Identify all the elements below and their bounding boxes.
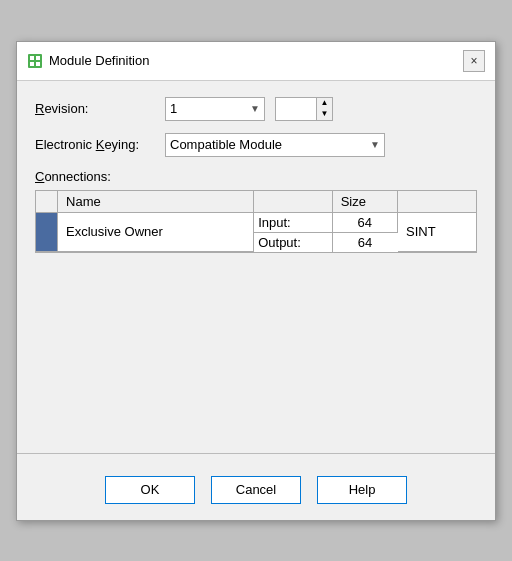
- input-label-cell: Input:: [254, 212, 332, 232]
- divider: [17, 453, 495, 454]
- module-definition-dialog: Module Definition × Revision: 1 2 3 ▼ 9 …: [16, 41, 496, 521]
- electronic-keying-label: Electronic Keying:: [35, 137, 155, 152]
- connection-name-cell: Exclusive Owner: [58, 212, 254, 252]
- dialog-body: Revision: 1 2 3 ▼ 9 ▲ ▼ Electron: [17, 81, 495, 443]
- electronic-keying-row: Electronic Keying: Compatible Module Dis…: [35, 133, 477, 157]
- output-size: 64: [358, 235, 372, 250]
- table-row: Exclusive Owner Input: 64 SINT: [36, 212, 476, 232]
- revision-label: Revision:: [35, 101, 155, 116]
- ok-button[interactable]: OK: [105, 476, 195, 504]
- title-bar: Module Definition ×: [17, 42, 495, 81]
- close-button[interactable]: ×: [463, 50, 485, 72]
- output-label: Output:: [258, 235, 301, 250]
- electronic-keying-dropdown[interactable]: Compatible Module Disable Keying Exact M…: [165, 133, 385, 157]
- svg-rect-3: [30, 62, 34, 66]
- svg-rect-1: [30, 56, 34, 60]
- input-size-cell: 64: [332, 212, 397, 232]
- module-icon: [27, 53, 43, 69]
- dialog-title: Module Definition: [49, 53, 149, 68]
- input-size: 64: [358, 215, 372, 230]
- spinner-up-button[interactable]: ▲: [316, 98, 332, 109]
- spinner-input[interactable]: 9: [276, 98, 316, 120]
- dialog-footer: OK Cancel Help: [17, 464, 495, 520]
- connections-table: Name Size Exclusive Owner: [35, 190, 477, 254]
- table-header-row: Name Size: [36, 191, 476, 213]
- revision-dropdown[interactable]: 1 2 3 ▼: [165, 97, 265, 121]
- help-button[interactable]: Help: [317, 476, 407, 504]
- col-name: Name: [58, 191, 254, 213]
- col-io: [254, 191, 332, 213]
- cancel-button[interactable]: Cancel: [211, 476, 301, 504]
- title-bar-left: Module Definition: [27, 53, 149, 69]
- data-type: SINT: [406, 224, 436, 239]
- svg-rect-4: [36, 62, 40, 66]
- svg-rect-2: [36, 56, 40, 60]
- output-label-cell: Output:: [254, 232, 332, 252]
- spinner-buttons: ▲ ▼: [316, 98, 332, 120]
- connections-section: Connections: Name Size: [35, 169, 477, 254]
- spinner-control[interactable]: 9 ▲ ▼: [275, 97, 333, 121]
- electronic-keying-select[interactable]: Compatible Module Disable Keying Exact M…: [170, 137, 380, 152]
- col-size: Size: [332, 191, 397, 213]
- col-selector: [36, 191, 58, 213]
- connection-name: Exclusive Owner: [66, 224, 163, 239]
- connections-label: Connections:: [35, 169, 477, 184]
- revision-select[interactable]: 1 2 3: [170, 101, 260, 116]
- output-size-cell: 64: [332, 232, 397, 252]
- spinner-down-button[interactable]: ▼: [316, 109, 332, 120]
- col-type: [398, 191, 476, 213]
- data-type-cell: SINT: [398, 212, 476, 252]
- row-selector-cell: [36, 212, 58, 252]
- connections-data-table: Name Size Exclusive Owner: [36, 191, 476, 253]
- input-label: Input:: [258, 215, 291, 230]
- revision-row: Revision: 1 2 3 ▼ 9 ▲ ▼: [35, 97, 477, 121]
